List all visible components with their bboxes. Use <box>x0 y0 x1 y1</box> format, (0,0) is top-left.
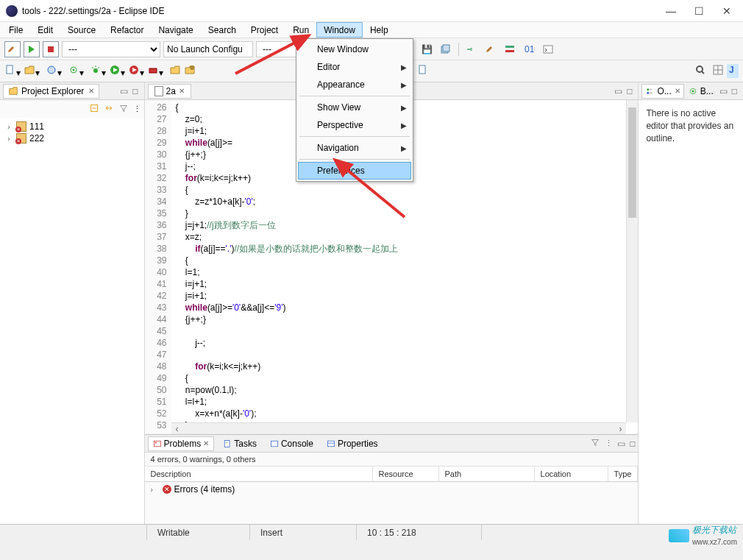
col-resource[interactable]: Resource <box>373 467 439 481</box>
project-explorer-tab[interactable]: Project Explorer ✕ <box>3 84 99 99</box>
outline-panel: O...✕ B... ▭□ There is no active editor … <box>638 82 743 524</box>
minimize-editor-icon[interactable]: ▭ <box>614 86 622 96</box>
launch-config-combo[interactable] <box>163 41 253 57</box>
tab-tasks[interactable]: Tasks <box>218 437 261 450</box>
coverage-run-icon[interactable]: ▾ <box>128 64 144 78</box>
vertical-scrollbar[interactable] <box>626 100 638 422</box>
problems-panel: Problems✕ Tasks Console Properties ⋮ ▭ □… <box>145 434 639 524</box>
menu-item-appearance[interactable]: Appearance▶ <box>298 76 411 93</box>
minimize-button[interactable]: — <box>664 5 678 17</box>
run-green-icon[interactable]: ▾ <box>109 64 125 78</box>
menu-edit[interactable]: Edit <box>30 22 60 38</box>
pin-editor-icon[interactable] <box>417 64 429 78</box>
close-icon[interactable]: ✕ <box>87 87 94 95</box>
scroll-right-icon[interactable]: › <box>614 424 626 434</box>
ext-tools-icon[interactable]: ▾ <box>147 64 163 78</box>
debug-launch-icon[interactable]: ▾ <box>68 64 84 78</box>
tab-console[interactable]: Console <box>266 437 318 450</box>
view-menu-icon[interactable]: ⋮ <box>133 104 141 114</box>
expand-icon[interactable]: › <box>4 135 13 143</box>
horizontal-scrollbar[interactable]: ‹› <box>171 422 627 434</box>
run-button[interactable] <box>24 41 40 57</box>
build-hammer-icon[interactable] <box>483 41 499 57</box>
toggle-breadcrumb-icon[interactable] <box>463 41 480 57</box>
open-icon[interactable]: ▾ <box>24 64 40 78</box>
menu-item-new-window[interactable]: New Window <box>298 40 411 58</box>
expand-icon[interactable]: › <box>4 123 13 131</box>
menu-item-show-view[interactable]: Show View▶ <box>298 99 411 116</box>
maximize-button[interactable]: ☐ <box>692 5 706 17</box>
menu-item-editor[interactable]: Editor▶ <box>298 58 411 76</box>
maximize-editor-icon[interactable]: □ <box>627 86 632 96</box>
menu-project[interactable]: Project <box>243 22 285 38</box>
maximize-view-icon[interactable]: □ <box>132 86 138 96</box>
build-targets-tab[interactable]: B... <box>686 85 717 98</box>
table-row[interactable]: › ✕ Errors (4 items) <box>145 482 639 497</box>
view-menu-icon[interactable]: ⋮ <box>605 439 613 448</box>
menu-item-navigation[interactable]: Navigation▶ <box>298 139 411 157</box>
binary-icon[interactable]: 010 <box>521 41 537 57</box>
menu-item-preferences[interactable]: Preferences <box>298 162 411 180</box>
col-path[interactable]: Path <box>439 467 535 481</box>
outline-tab[interactable]: O...✕ <box>641 84 683 99</box>
filter-icon[interactable] <box>118 103 129 116</box>
tab-properties[interactable]: Properties <box>322 437 383 450</box>
menu-source[interactable]: Source <box>60 22 103 38</box>
java-perspective-icon[interactable]: J <box>727 64 739 78</box>
tab-problems[interactable]: Problems✕ <box>148 436 215 451</box>
open-type-icon[interactable]: ▾ <box>46 64 62 78</box>
minimize-view-icon[interactable]: ▭ <box>719 86 728 96</box>
titlebar: tools - 222/.settings/2a - Eclipse IDE —… <box>0 0 743 22</box>
launch-mode-combo[interactable]: --- <box>62 41 160 57</box>
save-all-icon[interactable] <box>438 41 454 57</box>
project-tree[interactable]: › 111 › 222 <box>0 118 144 524</box>
col-description[interactable]: Description <box>145 467 373 481</box>
eclipse-icon <box>6 5 18 17</box>
col-location[interactable]: Location <box>535 467 608 481</box>
filter-icon[interactable] <box>590 437 600 450</box>
menu-search[interactable]: Search <box>201 22 243 38</box>
table-header[interactable]: Description Resource Path Location Type <box>145 467 639 482</box>
scroll-thumb[interactable] <box>628 107 636 218</box>
menu-window[interactable]: Window <box>316 22 363 38</box>
debug-icon[interactable]: ▾ <box>90 64 106 78</box>
editor-tab-2a[interactable]: 2a ✕ <box>148 84 191 99</box>
stop-button[interactable] <box>43 41 59 57</box>
build-button[interactable] <box>4 41 21 57</box>
outline-icon <box>645 87 654 96</box>
col-type[interactable]: Type <box>608 467 639 481</box>
svg-point-33 <box>647 91 650 93</box>
minimize-view-icon[interactable]: ▭ <box>120 86 128 96</box>
watermark-logo <box>669 529 689 542</box>
close-button[interactable]: ✕ <box>719 5 734 17</box>
new-package-icon[interactable] <box>184 64 196 78</box>
minimize-view-icon[interactable]: ▭ <box>617 439 625 449</box>
open-perspective-icon[interactable] <box>712 64 724 78</box>
menu-refactor[interactable]: Refactor <box>103 22 151 38</box>
outline-message: There is no active editor that provides … <box>639 100 743 524</box>
tree-node-222[interactable]: › 222 <box>1 132 143 144</box>
tree-node-111[interactable]: › 111 <box>1 121 143 132</box>
maximize-view-icon[interactable]: □ <box>630 439 635 449</box>
maximize-view-icon[interactable]: □ <box>732 86 737 96</box>
new-folder-icon[interactable] <box>169 64 181 78</box>
menu-run[interactable]: Run <box>285 22 316 38</box>
svg-rect-1 <box>48 46 54 52</box>
problems-table: Description Resource Path Location Type … <box>145 467 639 524</box>
coverage-icon[interactable] <box>502 41 518 57</box>
terminal-icon[interactable] <box>540 41 556 57</box>
collapse-all-icon[interactable] <box>89 103 99 116</box>
quick-access-icon[interactable] <box>694 64 706 78</box>
link-editor-icon[interactable] <box>104 103 114 116</box>
new-icon[interactable]: ▾ <box>4 64 21 78</box>
save-icon[interactable]: 💾 <box>419 41 435 57</box>
menu-file[interactable]: File <box>1 22 30 38</box>
menu-navigate[interactable]: Navigate <box>151 22 200 38</box>
statusbar: Writable Insert 10 : 15 : 218 <box>0 524 743 540</box>
scroll-left-icon[interactable]: ‹ <box>171 424 183 434</box>
close-icon[interactable]: ✕ <box>179 87 185 95</box>
menu-help[interactable]: Help <box>363 22 396 38</box>
menu-item-perspective[interactable]: Perspective▶ <box>298 116 411 134</box>
window-controls: — ☐ ✕ <box>664 5 737 17</box>
expand-icon[interactable]: › <box>151 486 160 494</box>
